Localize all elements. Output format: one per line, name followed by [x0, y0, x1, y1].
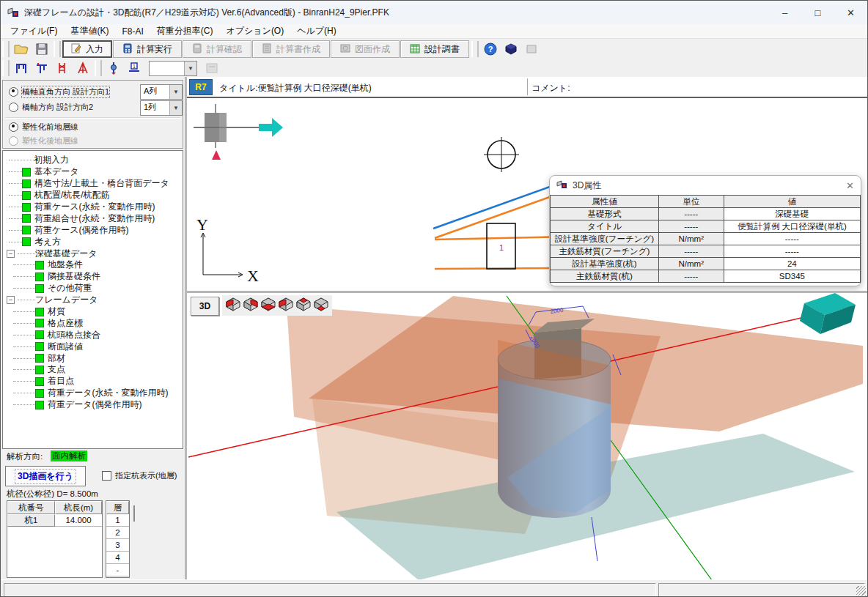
- mode-button-0[interactable]: 入力: [62, 40, 112, 58]
- open-file-icon[interactable]: [11, 40, 32, 59]
- pile-single-icon[interactable]: 1: [124, 59, 144, 78]
- analysis-direction-label: 解析方向:: [7, 451, 43, 462]
- extra-tool-icon[interactable]: [521, 40, 542, 59]
- layer-row-3[interactable]: 4: [106, 552, 129, 564]
- tree-item-label: 荷重データ(偶発作用時): [48, 398, 142, 411]
- pile-row-header[interactable]: 杭1: [7, 514, 55, 527]
- menu-item-1[interactable]: 基準値(K): [64, 23, 115, 39]
- tree-item-11[interactable]: その他荷重: [3, 283, 183, 294]
- layer-row-2[interactable]: 3: [106, 539, 129, 552]
- status-complete-icon: [35, 342, 44, 351]
- pile-length-cell[interactable]: 14.000: [55, 514, 102, 527]
- tree-item-18[interactable]: 支点: [3, 364, 183, 376]
- status-message-cell: [4, 583, 656, 597]
- axis-node-icon[interactable]: [103, 59, 124, 78]
- view-cube-icon-left[interactable]: [279, 297, 293, 314]
- chevron-down-icon[interactable]: ▼: [169, 85, 182, 99]
- maximize-button[interactable]: □: [801, 1, 834, 24]
- view-cube-icon-right[interactable]: [243, 297, 258, 314]
- model-3d-canvas[interactable]: 2000 2000 3D: [187, 291, 868, 579]
- status-info-cell: [658, 583, 865, 597]
- tree-item-20[interactable]: 荷重データ(永続・変動作用時): [3, 388, 183, 399]
- tree-item-2[interactable]: 構造寸法/上載土・橋台背面データ: [3, 178, 183, 190]
- attr-cell: 主鉄筋材質(フーチング): [551, 245, 659, 258]
- tab-r7[interactable]: R7: [189, 79, 213, 95]
- tree-item-label: 深礎基礎データ: [35, 248, 98, 260]
- draw-3d-button[interactable]: 3D描画を行う: [5, 466, 86, 486]
- status-complete-icon: [35, 401, 44, 409]
- tree-item-21[interactable]: 荷重データ(偶発作用時): [3, 399, 183, 411]
- radio-direction-2[interactable]: [9, 103, 18, 112]
- menu-item-3[interactable]: 荷重分担率(C): [150, 23, 220, 39]
- help-icon[interactable]: ?: [480, 40, 501, 59]
- layer-row-4[interactable]: -: [106, 564, 129, 576]
- mode-button-5[interactable]: 設計調書: [400, 40, 469, 58]
- tree-item-8[interactable]: −深礎基礎データ: [3, 248, 183, 259]
- toolbar-grip: [2, 41, 10, 57]
- tree-item-9[interactable]: 地盤条件: [3, 259, 183, 271]
- pier-column-red-icon[interactable]: [52, 59, 73, 78]
- view-cube-icon-front-right[interactable]: [261, 297, 276, 314]
- menu-item-2[interactable]: F8-AI: [115, 25, 150, 38]
- status-complete-icon: [22, 168, 31, 177]
- dialog-close-icon[interactable]: ✕: [846, 180, 854, 191]
- separator: [527, 78, 528, 95]
- resize-grip[interactable]: [856, 586, 866, 596]
- pier-select-combo[interactable]: ▼: [149, 61, 197, 76]
- layer-row-1[interactable]: 2: [106, 527, 129, 539]
- view-cube-icon-top[interactable]: [296, 297, 311, 314]
- menu-bar: ファイル(F)基準値(K)F8-AI荷重分担率(C)オプション(O)ヘルプ(H): [1, 24, 867, 39]
- tree-item-12[interactable]: −フレームデータ: [3, 294, 183, 306]
- tree-item-19[interactable]: 着目点: [3, 376, 183, 388]
- attr-row-4: 設計基準強度(杭)N/mm²24: [551, 258, 861, 270]
- tree-item-17[interactable]: 部材: [3, 352, 183, 364]
- status-complete-icon: [35, 319, 44, 327]
- close-button[interactable]: ✕: [834, 1, 867, 24]
- post-plastic-layer-label: 塑性化後地層線: [22, 136, 78, 147]
- chevron-down-icon[interactable]: ▼: [184, 62, 196, 75]
- layer-scrollbar[interactable]: [133, 505, 135, 522]
- view-cube-icon-bottom[interactable]: [314, 297, 328, 314]
- menu-item-4[interactable]: オプション(O): [219, 23, 290, 39]
- status-complete-icon: [22, 179, 31, 188]
- tree-collapse-icon[interactable]: −: [7, 296, 15, 304]
- pile-layer-checkbox[interactable]: [102, 471, 111, 481]
- menu-item-5[interactable]: ヘルプ(H): [290, 23, 343, 39]
- attr-cell: N/mm²: [658, 258, 724, 270]
- view-cube-icon-front[interactable]: [226, 297, 240, 314]
- dialog-app-icon: [556, 179, 568, 192]
- column-combo[interactable]: 1列 ▼: [140, 100, 183, 116]
- layer-row-0[interactable]: 1: [106, 514, 129, 527]
- pier-frame-icon[interactable]: [11, 59, 32, 78]
- view-3d-button[interactable]: 3D: [191, 297, 219, 316]
- mode-button-label: 設計調書: [424, 43, 460, 56]
- tree-item-13[interactable]: 材質: [3, 306, 183, 318]
- tree-item-15[interactable]: 杭頭格点接合: [3, 329, 183, 341]
- tree-item-0[interactable]: 初期入力: [3, 155, 183, 166]
- tree-item-10[interactable]: 隣接基礎条件: [3, 271, 183, 283]
- minimize-button[interactable]: –: [768, 1, 801, 24]
- tree-item-4[interactable]: 荷重ケース(永続・変動作用時): [3, 201, 183, 213]
- pile-layer-checkbox-label: 指定杭表示(地層): [115, 470, 177, 481]
- pier-aframe-red-icon[interactable]: [73, 59, 93, 78]
- tree-item-7[interactable]: 考え方: [3, 236, 183, 248]
- tree-item-1[interactable]: 基本データ: [3, 166, 183, 178]
- tree-item-14[interactable]: 格点座標: [3, 317, 183, 329]
- toolbar-grip: [54, 41, 61, 57]
- tree-item-16[interactable]: 断面諸値: [3, 341, 183, 352]
- tree-item-3[interactable]: 杭配置/杭長/杭配筋: [3, 190, 183, 201]
- menu-item-0[interactable]: ファイル(F): [4, 23, 64, 39]
- tree-item-5[interactable]: 荷重組合せ(永続・変動作用時): [3, 212, 183, 224]
- radio-direction-1[interactable]: [9, 87, 18, 97]
- tree-item-6[interactable]: 荷重ケース(偶発作用時): [3, 224, 183, 236]
- radio-pre-plastic-layer[interactable]: [9, 122, 18, 132]
- mode-button-1[interactable]: 計算実行: [113, 40, 182, 58]
- row-combo[interactable]: A列 ▼: [140, 84, 183, 100]
- report-icon: [262, 43, 272, 56]
- pier-tbeam-icon[interactable]: [32, 59, 52, 78]
- viewer-cube-icon[interactable]: [501, 40, 521, 59]
- save-icon[interactable]: [32, 40, 52, 59]
- tree-collapse-icon[interactable]: −: [7, 250, 15, 258]
- attr-cell: タイトル: [551, 220, 659, 233]
- chevron-down-icon[interactable]: ▼: [169, 101, 182, 115]
